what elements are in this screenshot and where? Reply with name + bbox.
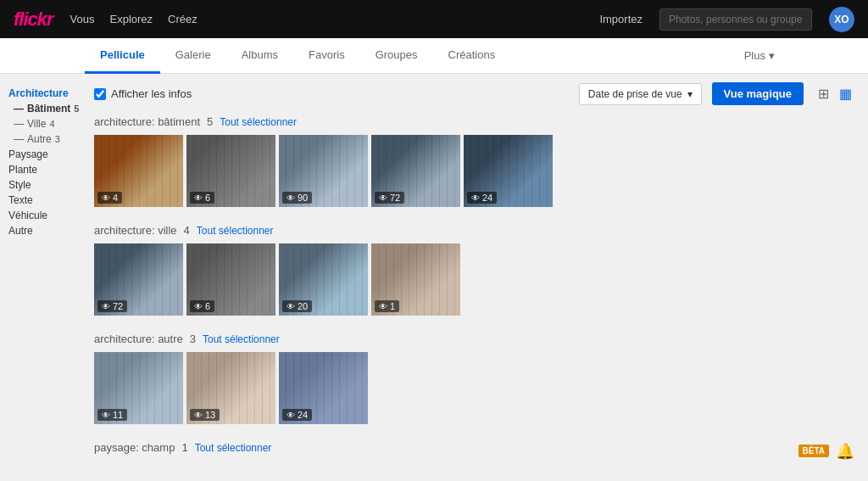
- sidebar-item-autre[interactable]: Autre: [8, 225, 72, 237]
- avatar[interactable]: XO: [829, 7, 854, 32]
- paysage-select-all[interactable]: Tout sélectionner: [195, 442, 272, 454]
- tab-favoris[interactable]: Favoris: [293, 38, 360, 74]
- photo-thumb[interactable]: 👁4: [94, 135, 183, 207]
- paysage-group-header: paysage: champ 1 Tout sélectionner: [94, 441, 271, 454]
- photo-count: 👁4: [97, 192, 122, 204]
- photo-count: 👁24: [282, 409, 312, 421]
- eye-icon: 👁: [102, 411, 110, 420]
- group-header-ville: architecture: ville 4 Tout sélectionner: [94, 224, 854, 237]
- eye-icon: 👁: [287, 302, 295, 311]
- photo-grid-batiment: 👁4👁6👁90👁72👁24: [94, 135, 854, 207]
- photo-thumb[interactable]: 👁1: [371, 243, 460, 316]
- sidebar-item-autre-arch[interactable]: — Autre 3: [8, 133, 72, 145]
- sidebar-item-vehicule[interactable]: Véhicule: [8, 210, 72, 221]
- sidebar: Architecture — Bâtiment 5 — Ville 4 — Au…: [0, 74, 81, 481]
- photo-thumb[interactable]: 👁24: [279, 352, 368, 424]
- photo-thumb[interactable]: 👁20: [279, 243, 368, 316]
- eye-icon: 👁: [287, 193, 295, 203]
- toolbar: Afficher les infos Date de prise de vue …: [94, 82, 854, 105]
- eye-icon: 👁: [102, 193, 110, 203]
- sidebar-item-plante[interactable]: Plante: [8, 164, 72, 176]
- photo-group-batiment: architecture: bâtiment 5 Tout sélectionn…: [94, 115, 854, 207]
- photo-count: 👁11: [97, 409, 127, 421]
- photo-thumb[interactable]: 👁6: [186, 243, 275, 316]
- photo-thumb[interactable]: 👁6: [186, 135, 275, 207]
- sidebar-item-paysage[interactable]: Paysage: [8, 148, 72, 160]
- content-area: Afficher les infos Date de prise de vue …: [81, 74, 868, 481]
- tab-albums[interactable]: Albums: [226, 38, 293, 74]
- eye-icon: 👁: [194, 302, 203, 311]
- photo-count: 👁90: [282, 192, 312, 204]
- sort-dropdown[interactable]: Date de prise de vue ▾: [579, 83, 702, 105]
- tab-creations[interactable]: Créations: [433, 38, 511, 74]
- photo-thumb[interactable]: 👁90: [279, 135, 368, 207]
- photo-thumb[interactable]: 👁11: [94, 352, 183, 424]
- logo[interactable]: flickr: [14, 8, 53, 31]
- eye-icon: 👁: [194, 411, 203, 420]
- tab-galerie[interactable]: Galerie: [160, 38, 226, 74]
- sidebar-item-batiment[interactable]: — Bâtiment 5: [8, 103, 72, 115]
- photo-groups: architecture: bâtiment 5 Tout sélectionn…: [94, 115, 854, 424]
- list-view-icon[interactable]: ▦: [836, 85, 854, 103]
- tab-pellicule[interactable]: Pellicule: [85, 38, 160, 74]
- photo-thumb[interactable]: 👁72: [371, 135, 460, 207]
- footer-bar: paysage: champ 1 Tout sélectionner BÉTA …: [94, 441, 854, 461]
- photo-count: 👁6: [190, 300, 214, 312]
- dash-icon: —: [14, 118, 24, 130]
- header: flickr Vous Explorez Créez Importez XO: [0, 0, 868, 38]
- photo-thumb[interactable]: 👁72: [94, 243, 183, 316]
- photo-count: 👁24: [467, 192, 497, 204]
- eye-icon: 👁: [379, 302, 387, 311]
- eye-icon: 👁: [194, 193, 203, 203]
- dash-icon: —: [14, 133, 24, 145]
- eye-icon: 👁: [471, 193, 480, 203]
- group-header-batiment: architecture: bâtiment 5 Tout sélectionn…: [94, 115, 854, 128]
- nav-explorez[interactable]: Explorez: [110, 13, 153, 25]
- import-link[interactable]: Importez: [599, 13, 643, 25]
- select-all-ville[interactable]: Tout sélectionner: [197, 225, 274, 237]
- photo-group-autre: architecture: autre 3 Tout sélectionner …: [94, 333, 854, 424]
- eye-icon: 👁: [287, 411, 295, 420]
- group-header-autre: architecture: autre 3 Tout sélectionner: [94, 333, 854, 345]
- photo-grid-autre: 👁11👁13👁24: [94, 352, 854, 424]
- view-icons: ⊞ ▦: [814, 85, 854, 103]
- magic-view-button[interactable]: Vue magique: [712, 82, 804, 105]
- photo-grid-ville: 👁72👁6👁20👁1: [94, 243, 854, 316]
- sidebar-item-style[interactable]: Style: [8, 179, 72, 191]
- photo-count: 👁72: [375, 192, 404, 204]
- photo-count: 👁13: [190, 409, 220, 421]
- sidebar-item-architecture[interactable]: Architecture: [8, 87, 72, 99]
- photo-count: 👁6: [190, 192, 214, 204]
- tab-bar: Pellicule Galerie Albums Favoris Groupes…: [0, 38, 868, 74]
- search-input[interactable]: [659, 8, 812, 31]
- chevron-down-icon: ▾: [687, 88, 693, 100]
- tab-groupes[interactable]: Groupes: [360, 38, 433, 74]
- chevron-down-icon: ▾: [769, 49, 775, 62]
- main-nav: Vous Explorez Créez: [70, 13, 198, 25]
- photo-count: 👁72: [97, 300, 127, 312]
- eye-icon: 👁: [102, 302, 110, 311]
- eye-icon: 👁: [379, 193, 387, 203]
- select-all-autre[interactable]: Tout sélectionner: [203, 333, 280, 345]
- dash-icon: —: [14, 103, 24, 115]
- photo-thumb[interactable]: 👁13: [186, 352, 275, 424]
- photo-count: 👁1: [375, 300, 399, 312]
- tabs: Pellicule Galerie Albums Favoris Groupes…: [85, 38, 736, 74]
- feedback-icon[interactable]: 🔔: [836, 442, 854, 461]
- show-info-checkbox[interactable]: Afficher les infos: [94, 87, 192, 100]
- sidebar-item-texte[interactable]: Texte: [8, 194, 72, 206]
- tab-more[interactable]: Plus ▾: [736, 38, 783, 74]
- sidebar-item-ville[interactable]: — Ville 4: [8, 118, 72, 130]
- photo-group-ville: architecture: ville 4 Tout sélectionner …: [94, 224, 854, 316]
- photo-thumb[interactable]: 👁24: [464, 135, 553, 207]
- main-layout: Architecture — Bâtiment 5 — Ville 4 — Au…: [0, 74, 868, 481]
- nav-creez[interactable]: Créez: [168, 13, 198, 25]
- beta-badge: BÉTA: [798, 445, 829, 457]
- nav-vous[interactable]: Vous: [70, 13, 95, 25]
- select-all-batiment[interactable]: Tout sélectionner: [220, 116, 297, 128]
- photo-count: 👁20: [282, 300, 312, 312]
- grid-view-icon[interactable]: ⊞: [814, 85, 832, 103]
